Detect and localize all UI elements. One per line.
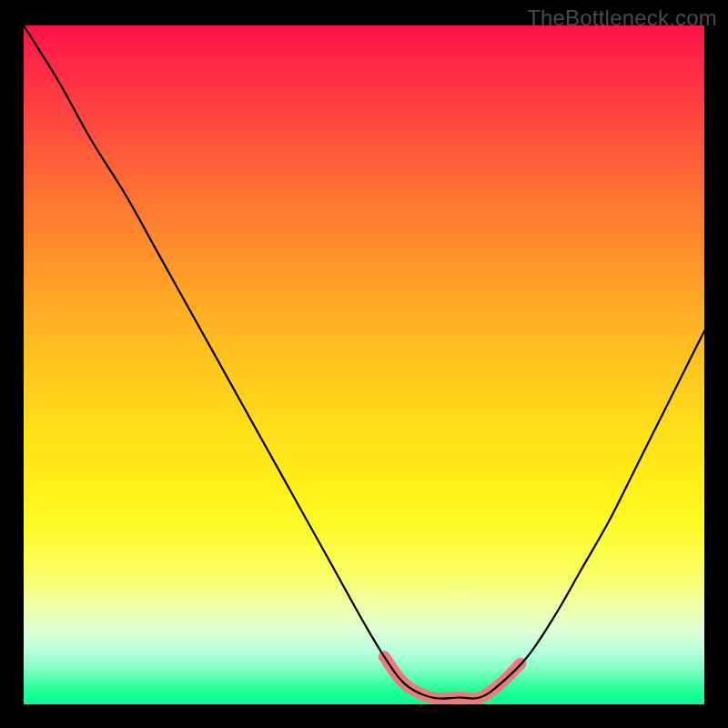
curve-svg xyxy=(24,25,704,704)
chart-frame: { "watermark": "TheBottleneck.com", "cha… xyxy=(0,0,728,728)
plot-area xyxy=(24,25,704,704)
optimal-range-highlight xyxy=(384,657,521,699)
bottleneck-curve-line xyxy=(24,25,704,699)
